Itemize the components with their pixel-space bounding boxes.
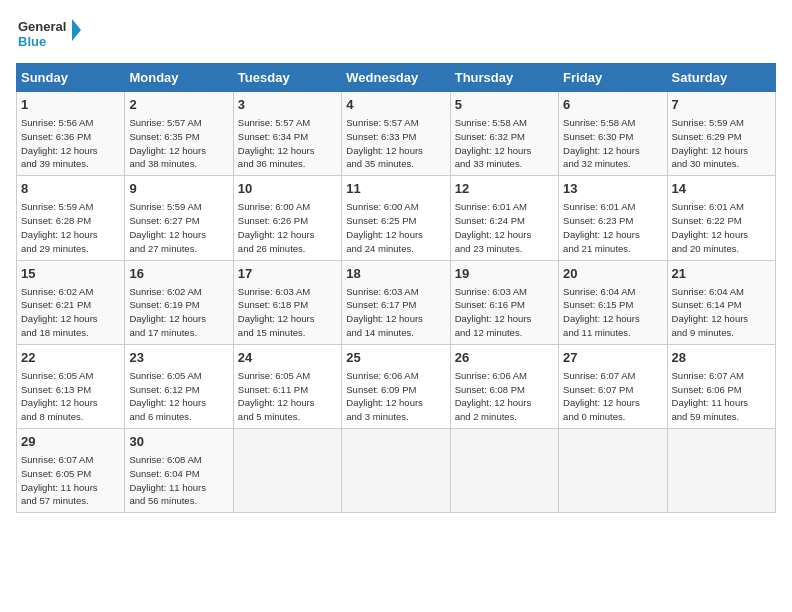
calendar-cell: 17Sunrise: 6:03 AM Sunset: 6:18 PM Dayli… bbox=[233, 260, 341, 344]
calendar-cell: 10Sunrise: 6:00 AM Sunset: 6:26 PM Dayli… bbox=[233, 176, 341, 260]
day-number: 16 bbox=[129, 265, 228, 283]
day-info: Sunrise: 6:00 AM Sunset: 6:26 PM Dayligh… bbox=[238, 200, 337, 255]
day-info: Sunrise: 5:58 AM Sunset: 6:30 PM Dayligh… bbox=[563, 116, 662, 171]
day-info: Sunrise: 6:01 AM Sunset: 6:23 PM Dayligh… bbox=[563, 200, 662, 255]
day-number: 6 bbox=[563, 96, 662, 114]
day-number: 25 bbox=[346, 349, 445, 367]
calendar-cell bbox=[233, 429, 341, 513]
day-number: 9 bbox=[129, 180, 228, 198]
day-number: 21 bbox=[672, 265, 771, 283]
calendar-cell: 26Sunrise: 6:06 AM Sunset: 6:08 PM Dayli… bbox=[450, 344, 558, 428]
day-number: 18 bbox=[346, 265, 445, 283]
day-number: 7 bbox=[672, 96, 771, 114]
calendar-cell: 25Sunrise: 6:06 AM Sunset: 6:09 PM Dayli… bbox=[342, 344, 450, 428]
day-number: 1 bbox=[21, 96, 120, 114]
calendar-cell: 21Sunrise: 6:04 AM Sunset: 6:14 PM Dayli… bbox=[667, 260, 775, 344]
day-info: Sunrise: 6:07 AM Sunset: 6:07 PM Dayligh… bbox=[563, 369, 662, 424]
day-number: 8 bbox=[21, 180, 120, 198]
calendar-cell: 14Sunrise: 6:01 AM Sunset: 6:22 PM Dayli… bbox=[667, 176, 775, 260]
svg-text:General: General bbox=[18, 19, 66, 34]
calendar-week-1: 1Sunrise: 5:56 AM Sunset: 6:36 PM Daylig… bbox=[17, 92, 776, 176]
calendar-cell: 6Sunrise: 5:58 AM Sunset: 6:30 PM Daylig… bbox=[559, 92, 667, 176]
calendar-cell: 19Sunrise: 6:03 AM Sunset: 6:16 PM Dayli… bbox=[450, 260, 558, 344]
day-number: 29 bbox=[21, 433, 120, 451]
calendar-cell: 27Sunrise: 6:07 AM Sunset: 6:07 PM Dayli… bbox=[559, 344, 667, 428]
day-number: 14 bbox=[672, 180, 771, 198]
day-number: 12 bbox=[455, 180, 554, 198]
day-info: Sunrise: 6:02 AM Sunset: 6:19 PM Dayligh… bbox=[129, 285, 228, 340]
calendar-week-5: 29Sunrise: 6:07 AM Sunset: 6:05 PM Dayli… bbox=[17, 429, 776, 513]
svg-marker-2 bbox=[72, 19, 81, 41]
calendar-cell: 13Sunrise: 6:01 AM Sunset: 6:23 PM Dayli… bbox=[559, 176, 667, 260]
day-number: 17 bbox=[238, 265, 337, 283]
svg-text:Blue: Blue bbox=[18, 34, 46, 49]
day-info: Sunrise: 6:03 AM Sunset: 6:18 PM Dayligh… bbox=[238, 285, 337, 340]
calendar-cell bbox=[450, 429, 558, 513]
day-number: 28 bbox=[672, 349, 771, 367]
day-info: Sunrise: 6:01 AM Sunset: 6:22 PM Dayligh… bbox=[672, 200, 771, 255]
weekday-header-sunday: Sunday bbox=[17, 64, 125, 92]
day-info: Sunrise: 6:04 AM Sunset: 6:15 PM Dayligh… bbox=[563, 285, 662, 340]
weekday-header-friday: Friday bbox=[559, 64, 667, 92]
day-info: Sunrise: 5:57 AM Sunset: 6:35 PM Dayligh… bbox=[129, 116, 228, 171]
calendar-cell: 1Sunrise: 5:56 AM Sunset: 6:36 PM Daylig… bbox=[17, 92, 125, 176]
day-info: Sunrise: 6:05 AM Sunset: 6:11 PM Dayligh… bbox=[238, 369, 337, 424]
weekday-header-wednesday: Wednesday bbox=[342, 64, 450, 92]
calendar-cell: 28Sunrise: 6:07 AM Sunset: 6:06 PM Dayli… bbox=[667, 344, 775, 428]
day-number: 26 bbox=[455, 349, 554, 367]
day-info: Sunrise: 6:02 AM Sunset: 6:21 PM Dayligh… bbox=[21, 285, 120, 340]
calendar-cell: 5Sunrise: 5:58 AM Sunset: 6:32 PM Daylig… bbox=[450, 92, 558, 176]
day-number: 13 bbox=[563, 180, 662, 198]
day-info: Sunrise: 5:56 AM Sunset: 6:36 PM Dayligh… bbox=[21, 116, 120, 171]
calendar-cell: 29Sunrise: 6:07 AM Sunset: 6:05 PM Dayli… bbox=[17, 429, 125, 513]
weekday-header-thursday: Thursday bbox=[450, 64, 558, 92]
calendar-week-4: 22Sunrise: 6:05 AM Sunset: 6:13 PM Dayli… bbox=[17, 344, 776, 428]
calendar-cell: 12Sunrise: 6:01 AM Sunset: 6:24 PM Dayli… bbox=[450, 176, 558, 260]
calendar-cell: 9Sunrise: 5:59 AM Sunset: 6:27 PM Daylig… bbox=[125, 176, 233, 260]
weekday-header-tuesday: Tuesday bbox=[233, 64, 341, 92]
calendar-cell: 22Sunrise: 6:05 AM Sunset: 6:13 PM Dayli… bbox=[17, 344, 125, 428]
calendar-cell: 3Sunrise: 5:57 AM Sunset: 6:34 PM Daylig… bbox=[233, 92, 341, 176]
day-info: Sunrise: 6:04 AM Sunset: 6:14 PM Dayligh… bbox=[672, 285, 771, 340]
day-info: Sunrise: 6:06 AM Sunset: 6:09 PM Dayligh… bbox=[346, 369, 445, 424]
day-number: 24 bbox=[238, 349, 337, 367]
day-info: Sunrise: 6:08 AM Sunset: 6:04 PM Dayligh… bbox=[129, 453, 228, 508]
calendar-cell: 20Sunrise: 6:04 AM Sunset: 6:15 PM Dayli… bbox=[559, 260, 667, 344]
day-number: 11 bbox=[346, 180, 445, 198]
weekday-header-saturday: Saturday bbox=[667, 64, 775, 92]
calendar-week-2: 8Sunrise: 5:59 AM Sunset: 6:28 PM Daylig… bbox=[17, 176, 776, 260]
day-info: Sunrise: 6:03 AM Sunset: 6:16 PM Dayligh… bbox=[455, 285, 554, 340]
day-info: Sunrise: 6:06 AM Sunset: 6:08 PM Dayligh… bbox=[455, 369, 554, 424]
logo: General Blue bbox=[16, 16, 86, 51]
calendar-cell: 18Sunrise: 6:03 AM Sunset: 6:17 PM Dayli… bbox=[342, 260, 450, 344]
day-info: Sunrise: 6:01 AM Sunset: 6:24 PM Dayligh… bbox=[455, 200, 554, 255]
day-number: 19 bbox=[455, 265, 554, 283]
day-number: 27 bbox=[563, 349, 662, 367]
calendar-cell: 23Sunrise: 6:05 AM Sunset: 6:12 PM Dayli… bbox=[125, 344, 233, 428]
day-number: 10 bbox=[238, 180, 337, 198]
day-number: 4 bbox=[346, 96, 445, 114]
day-info: Sunrise: 5:57 AM Sunset: 6:33 PM Dayligh… bbox=[346, 116, 445, 171]
day-info: Sunrise: 5:59 AM Sunset: 6:28 PM Dayligh… bbox=[21, 200, 120, 255]
calendar-cell: 30Sunrise: 6:08 AM Sunset: 6:04 PM Dayli… bbox=[125, 429, 233, 513]
page-header: General Blue bbox=[16, 16, 776, 51]
day-info: Sunrise: 6:03 AM Sunset: 6:17 PM Dayligh… bbox=[346, 285, 445, 340]
day-info: Sunrise: 6:05 AM Sunset: 6:12 PM Dayligh… bbox=[129, 369, 228, 424]
day-number: 30 bbox=[129, 433, 228, 451]
calendar-cell: 16Sunrise: 6:02 AM Sunset: 6:19 PM Dayli… bbox=[125, 260, 233, 344]
day-info: Sunrise: 6:07 AM Sunset: 6:06 PM Dayligh… bbox=[672, 369, 771, 424]
calendar-table: SundayMondayTuesdayWednesdayThursdayFrid… bbox=[16, 63, 776, 513]
calendar-cell bbox=[559, 429, 667, 513]
calendar-cell: 2Sunrise: 5:57 AM Sunset: 6:35 PM Daylig… bbox=[125, 92, 233, 176]
day-number: 15 bbox=[21, 265, 120, 283]
calendar-cell: 24Sunrise: 6:05 AM Sunset: 6:11 PM Dayli… bbox=[233, 344, 341, 428]
calendar-week-3: 15Sunrise: 6:02 AM Sunset: 6:21 PM Dayli… bbox=[17, 260, 776, 344]
day-number: 2 bbox=[129, 96, 228, 114]
day-info: Sunrise: 5:59 AM Sunset: 6:29 PM Dayligh… bbox=[672, 116, 771, 171]
calendar-cell bbox=[667, 429, 775, 513]
day-info: Sunrise: 6:07 AM Sunset: 6:05 PM Dayligh… bbox=[21, 453, 120, 508]
calendar-cell bbox=[342, 429, 450, 513]
day-info: Sunrise: 6:05 AM Sunset: 6:13 PM Dayligh… bbox=[21, 369, 120, 424]
day-info: Sunrise: 5:59 AM Sunset: 6:27 PM Dayligh… bbox=[129, 200, 228, 255]
day-info: Sunrise: 6:00 AM Sunset: 6:25 PM Dayligh… bbox=[346, 200, 445, 255]
